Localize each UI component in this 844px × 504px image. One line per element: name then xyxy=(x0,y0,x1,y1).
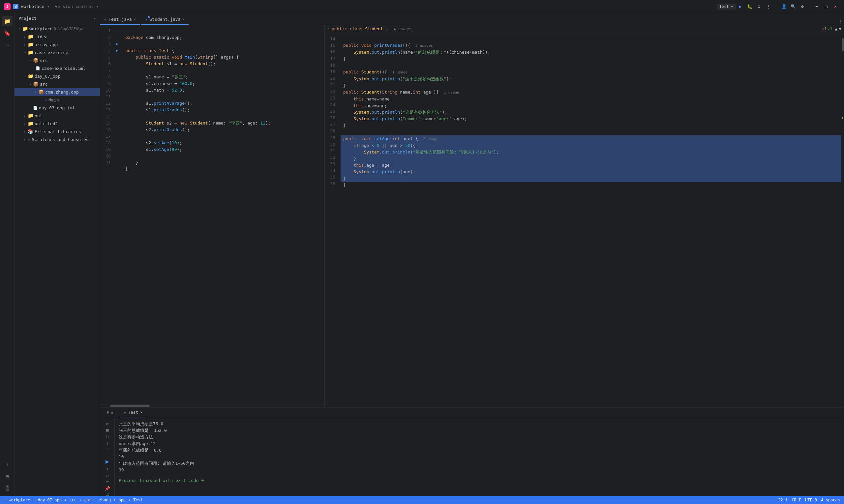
status-sep2: › xyxy=(64,498,67,502)
student-code-content[interactable]: public void printGrades(){ 2 usages Syst… xyxy=(341,33,844,407)
git-icon[interactable]: ⬆ xyxy=(2,459,13,470)
output-line-4: name:李四age:12 xyxy=(119,440,840,447)
stop-button[interactable]: ■ xyxy=(103,427,112,433)
output-line-1: 张三的平均成绩是76.0 xyxy=(119,421,840,427)
process-finished-line: Process finished with exit code 0 xyxy=(119,477,840,484)
run-config-chevron: ▾ xyxy=(731,4,733,9)
status-sep4: › xyxy=(94,498,96,502)
step-over-button[interactable]: ↓ xyxy=(103,440,112,446)
tree-item-com-zhang-opp[interactable]: ▾ 📦 com.zhang.opp xyxy=(15,88,100,96)
tab-test-java[interactable]: ☕ Test.java ✕ xyxy=(100,14,140,25)
status-workplace[interactable]: ⊞ workplace xyxy=(4,498,30,502)
tree-item-case-iml[interactable]: ▸ 📄 case-exercise.iml xyxy=(15,64,100,72)
tab-student-java[interactable]: ☕ Student.java ✕ xyxy=(141,14,189,25)
coverage-button[interactable]: ⚙ xyxy=(754,2,763,11)
status-encoding[interactable]: UTF-8 xyxy=(805,498,817,502)
student-line-numbers: 14 15 16 17 18 19 20 21 22 23 24 25 26 2… xyxy=(325,33,341,407)
more-button[interactable]: ⋯ xyxy=(103,447,112,452)
tree-item-scratches[interactable]: ▸ ✏ Scratches and Consoles xyxy=(15,136,100,143)
status-line-sep[interactable]: CRLF xyxy=(792,498,801,502)
run-tab-run[interactable]: Run xyxy=(103,408,118,417)
close-button[interactable]: ✕ xyxy=(831,2,840,11)
tree-item-idea[interactable]: ▸ 📁 .idea xyxy=(15,33,100,40)
run-panel-tabs: Run ☕ Test ✕ xyxy=(100,408,844,418)
status-position[interactable]: 22:1 xyxy=(778,498,788,502)
maximize-button[interactable]: □ xyxy=(822,2,831,11)
status-sep3: › xyxy=(79,498,82,502)
pause-button[interactable]: ⏸ xyxy=(103,434,112,439)
output-line-5: 李四的总成绩是: 0.0 xyxy=(119,447,840,454)
run-button[interactable]: ▶ xyxy=(736,2,745,11)
run-output[interactable]: 张三的平均成绩是76.0 张三的总成绩是: 152.0 这是有参构造方法 nam… xyxy=(115,418,844,496)
debug-button[interactable]: 🐛 xyxy=(745,2,754,11)
rerun-button[interactable]: ↺ xyxy=(103,421,112,426)
up-button[interactable]: ↑ xyxy=(103,466,112,471)
print-button[interactable]: 🖨 xyxy=(103,492,112,496)
tree-item-day07-iml[interactable]: ▸ 📄 day_07_opp.iml xyxy=(15,104,100,112)
status-com[interactable]: com xyxy=(84,498,91,502)
warning-badge: ⚠1 xyxy=(822,27,827,31)
vcs-button[interactable]: 👤 xyxy=(779,2,789,11)
student-header-bar: ✓ public class Student { 4 usages ⚠1 ✓1 … xyxy=(325,25,844,33)
tree-item-untitled2[interactable]: ▸ 📁 untitled2 xyxy=(15,120,100,127)
test-hscroll[interactable] xyxy=(100,404,324,407)
run-panel-content: ↺ ■ ⏸ ↓ ⋯ ▶ ↑ ↵ ≡ 📌 🖨 🗑 张三的平均成绩是76.0 xyxy=(100,418,844,496)
tree-item-array-app[interactable]: ▸ 📁 array-app xyxy=(15,40,100,49)
tree-item-src1[interactable]: ▸ 📦 src xyxy=(15,56,100,64)
tab-student-close[interactable]: ✕ xyxy=(182,17,185,21)
status-src[interactable]: src xyxy=(69,498,76,502)
nav-next-icon[interactable]: ▼ xyxy=(839,26,841,31)
settings-button[interactable]: ⚙ xyxy=(798,2,807,11)
run-config[interactable]: Test ▾ xyxy=(717,4,736,10)
tree-item-day07[interactable]: ▾ 📁 day_07_opp xyxy=(15,72,100,80)
status-indent[interactable]: 4 spaces xyxy=(821,498,840,502)
project-title: Project xyxy=(18,16,37,21)
terminal-icon[interactable]: ⊞ xyxy=(2,471,13,482)
status-sep5: › xyxy=(114,498,116,502)
bookmarks-icon[interactable]: 🔖 xyxy=(2,28,13,38)
wrap-button[interactable]: ↵ xyxy=(103,473,112,478)
structure-icon[interactable]: ⋯ xyxy=(2,39,13,50)
tab-test-close[interactable]: ✕ xyxy=(134,17,136,21)
student-code-area[interactable]: 14 15 16 17 18 19 20 21 22 23 24 25 26 2… xyxy=(325,33,844,407)
project-header: Project ▾ xyxy=(15,13,100,23)
tree-item-src2[interactable]: ▾ 📦 src xyxy=(15,80,100,88)
tree-item-workplace[interactable]: ▾ 📁 workplace D:\App\IDEA\wc xyxy=(15,25,100,33)
status-test[interactable]: Test xyxy=(133,498,143,502)
run-tab-run-label: Run xyxy=(107,410,115,415)
search-button[interactable]: 🔍 xyxy=(789,2,798,11)
status-right: 22:1 CRLF UTF-8 4 spaces xyxy=(778,498,840,502)
editor-menu-button[interactable]: ⋮ xyxy=(837,17,844,25)
editor-student-java: ✓ public class Student { 4 usages ⚠1 ✓1 … xyxy=(324,25,844,407)
tree-item-case-exercise[interactable]: ▾ 📁 case-exercise xyxy=(15,49,100,56)
run-tab-test-close[interactable]: ✕ xyxy=(140,410,142,414)
status-opp[interactable]: opp xyxy=(118,498,126,502)
test-code-content[interactable]: package com.zhang.opp; public class Test… xyxy=(123,25,324,404)
student-class-header: public class Student { 4 usages xyxy=(332,26,413,31)
status-zhang[interactable]: zhang xyxy=(99,498,111,502)
output-line-6: 10 xyxy=(119,454,840,460)
filter-button[interactable]: ≡ xyxy=(103,479,112,485)
tree-item-out[interactable]: ▸ 📁 out xyxy=(15,112,100,120)
run-sidebar: ↺ ■ ⏸ ↓ ⋯ ▶ ↑ ↵ ≡ 📌 🖨 🗑 xyxy=(100,418,115,496)
project-icon[interactable]: 📁 xyxy=(2,16,13,26)
tree-item-main[interactable]: ▸ ☕ Main xyxy=(15,96,100,104)
titlebar: J W workplace ▾ Version control ▾ Test ▾… xyxy=(0,0,844,13)
tab-bar: ☕ Test.java ✕ ☕ Student.java ✕ ⋮ xyxy=(100,13,844,25)
test-code-area[interactable]: 1 2 3 4 5 6 7 8 9 10 11 12 13 14 xyxy=(100,25,324,404)
test-gutter: ▶ ▶ xyxy=(116,25,123,404)
nav-prev-icon[interactable]: ▲ xyxy=(835,26,838,31)
pin-button[interactable]: 📌 xyxy=(103,486,112,491)
check-badge: ✓1 xyxy=(828,27,832,31)
status-sep1: › xyxy=(33,498,35,502)
more-run-button[interactable]: ⋮ xyxy=(763,2,773,11)
tree-item-external-libs[interactable]: ▸ 📚 External Libraries xyxy=(15,127,100,136)
editor-area: ☕ Test.java ✕ ☕ Student.java ✕ ⋮ xyxy=(100,13,844,496)
minimize-button[interactable]: ─ xyxy=(812,2,822,11)
run-tab-test[interactable]: ☕ Test ✕ xyxy=(120,408,147,417)
student-vscroll[interactable] xyxy=(841,37,844,407)
status-day07[interactable]: day_07_opp xyxy=(38,498,62,502)
project-chevron: ▾ xyxy=(47,4,49,9)
database-icon[interactable]: 🗄 xyxy=(2,483,13,493)
play-run-button[interactable]: ▶ xyxy=(103,458,112,465)
